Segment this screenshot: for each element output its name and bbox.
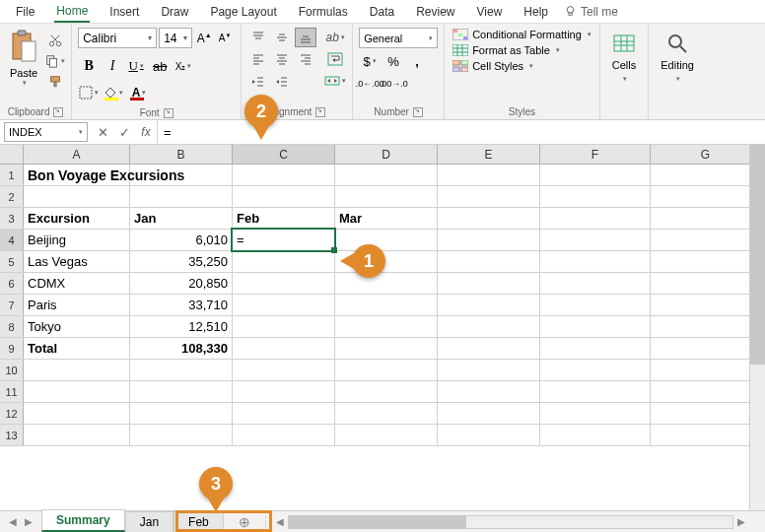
dialog-launcher-icon[interactable]: [53, 107, 63, 117]
sheet-nav-next[interactable]: ▶: [22, 516, 35, 527]
cell-a3[interactable]: Excursion: [24, 208, 130, 229]
decrease-indent-button[interactable]: [247, 72, 269, 92]
font-size-select[interactable]: 14: [159, 28, 192, 48]
align-right-button[interactable]: [295, 49, 316, 69]
cell-f4[interactable]: [540, 230, 651, 250]
cell-b6[interactable]: 20,850: [130, 273, 233, 294]
cell-d11[interactable]: [335, 381, 438, 402]
cell-f9[interactable]: [540, 338, 651, 359]
cell-g13[interactable]: [651, 425, 761, 445]
cell-g5[interactable]: [651, 251, 761, 272]
cell-c10[interactable]: [233, 360, 335, 380]
row-header-3[interactable]: 3: [0, 208, 24, 229]
cell-styles-button[interactable]: Cell Styles▾: [451, 59, 593, 73]
cell-e13[interactable]: [438, 425, 540, 445]
cell-b7[interactable]: 33,710: [130, 295, 233, 315]
cell-c2[interactable]: [233, 186, 335, 207]
cell-f1[interactable]: [540, 165, 651, 185]
cell-b12[interactable]: [130, 403, 233, 424]
row-header-1[interactable]: 1: [0, 165, 24, 185]
cell-b5[interactable]: 35,250: [130, 251, 233, 272]
horizontal-scrollbar[interactable]: ◀ ▶: [276, 511, 765, 532]
cell-a11[interactable]: [24, 381, 130, 402]
menu-draw[interactable]: Draw: [151, 3, 198, 21]
cell-f3[interactable]: [540, 208, 651, 229]
cell-f10[interactable]: [540, 360, 651, 380]
cell-b9[interactable]: 108,330: [130, 338, 233, 359]
subscript-button[interactable]: X₂▾: [173, 56, 194, 76]
increase-font-button[interactable]: A▲: [194, 28, 214, 48]
italic-button[interactable]: I: [102, 56, 123, 76]
cell-b8[interactable]: 12,510: [130, 316, 233, 337]
cell-f7[interactable]: [540, 295, 651, 315]
cancel-formula-button[interactable]: ✕: [92, 120, 113, 144]
cells-button[interactable]: Cells▾: [606, 28, 642, 87]
cell-f6[interactable]: [540, 273, 651, 294]
cell-f5[interactable]: [540, 251, 651, 272]
cell-g7[interactable]: [651, 295, 761, 315]
orientation-button[interactable]: ab▾: [324, 28, 346, 47]
cell-c3[interactable]: Feb: [233, 208, 335, 229]
row-header-12[interactable]: 12: [0, 403, 24, 424]
number-format-select[interactable]: General▾: [359, 28, 438, 48]
column-header-e[interactable]: E: [438, 145, 540, 164]
cell-d9[interactable]: [335, 338, 438, 359]
format-painter-button[interactable]: [45, 73, 65, 91]
cell-f11[interactable]: [540, 381, 651, 402]
borders-button[interactable]: ▾: [78, 83, 100, 102]
align-bottom-button[interactable]: [295, 28, 316, 47]
cell-d1[interactable]: [335, 165, 438, 185]
comma-format-button[interactable]: ,: [406, 51, 428, 71]
insert-function-button[interactable]: fx: [135, 120, 157, 144]
column-header-f[interactable]: F: [540, 145, 651, 164]
row-header-10[interactable]: 10: [0, 360, 24, 380]
format-as-table-button[interactable]: Format as Table▾: [451, 43, 593, 57]
cell-c11[interactable]: [233, 381, 335, 402]
cell-a10[interactable]: [24, 360, 130, 380]
row-header-6[interactable]: 6: [0, 273, 24, 294]
font-color-button[interactable]: A▾: [127, 83, 151, 102]
cell-g12[interactable]: [651, 403, 761, 424]
accounting-format-button[interactable]: $▾: [359, 51, 381, 71]
row-header-8[interactable]: 8: [0, 316, 24, 337]
vertical-scroll-thumb[interactable]: [750, 145, 765, 365]
align-top-button[interactable]: [247, 28, 269, 47]
cell-b11[interactable]: [130, 381, 233, 402]
sheet-tab-jan[interactable]: Jan: [125, 511, 174, 532]
cell-e5[interactable]: [438, 251, 540, 272]
new-sheet-button[interactable]: ⊕: [234, 511, 255, 532]
cell-c4[interactable]: =: [233, 230, 335, 250]
wrap-text-button[interactable]: [324, 49, 346, 69]
cell-a12[interactable]: [24, 403, 130, 424]
cell-a9[interactable]: Total: [24, 338, 130, 359]
menu-review[interactable]: Review: [406, 3, 464, 21]
increase-indent-button[interactable]: [271, 72, 293, 92]
cell-d6[interactable]: [335, 273, 438, 294]
merge-center-button[interactable]: ▾: [324, 71, 346, 91]
name-box[interactable]: INDEX▾: [4, 122, 88, 142]
column-header-c[interactable]: C: [233, 145, 335, 164]
cell-e8[interactable]: [438, 316, 540, 337]
cell-e9[interactable]: [438, 338, 540, 359]
cell-g10[interactable]: [651, 360, 761, 380]
cell-b3[interactable]: Jan: [130, 208, 233, 229]
bold-button[interactable]: B: [78, 56, 100, 76]
column-header-b[interactable]: B: [130, 145, 233, 164]
cell-d3[interactable]: Mar: [335, 208, 438, 229]
cell-e7[interactable]: [438, 295, 540, 315]
cut-button[interactable]: [45, 32, 65, 49]
cell-g3[interactable]: [651, 208, 761, 229]
row-header-9[interactable]: 9: [0, 338, 24, 359]
align-left-button[interactable]: [247, 49, 269, 69]
dialog-launcher-icon[interactable]: [164, 108, 174, 118]
dialog-launcher-icon[interactable]: [315, 107, 325, 117]
cell-a4[interactable]: Beijing: [24, 230, 130, 250]
row-header-2[interactable]: 2: [0, 186, 24, 207]
paste-button[interactable]: Paste ▾: [6, 28, 41, 89]
tell-me-search[interactable]: Tell me: [564, 5, 618, 19]
cell-c12[interactable]: [233, 403, 335, 424]
menu-data[interactable]: Data: [360, 3, 404, 21]
font-name-select[interactable]: Calibri: [78, 28, 157, 48]
align-center-button[interactable]: [271, 49, 293, 69]
cell-a13[interactable]: [24, 425, 130, 445]
